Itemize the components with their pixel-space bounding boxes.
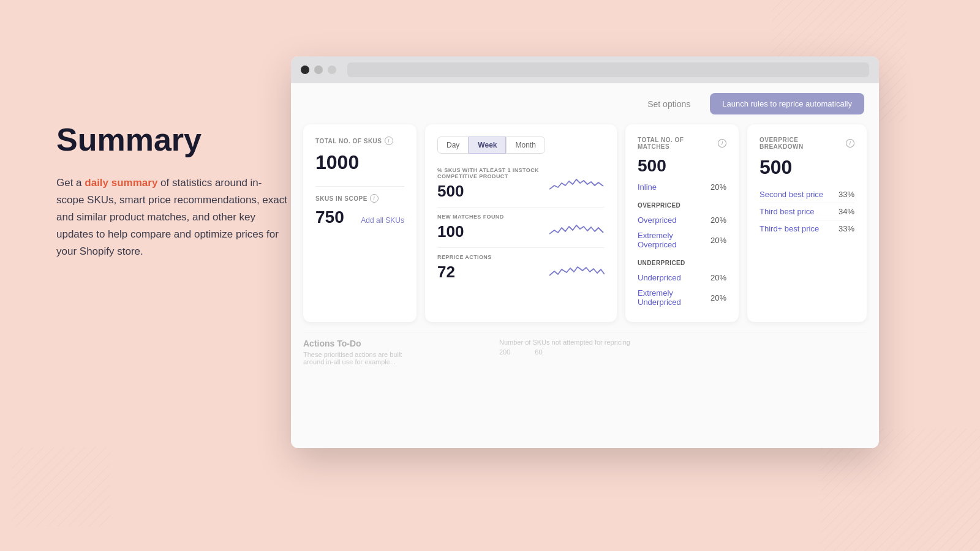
summary-description: Get a daily summary of statistics around… — [56, 174, 289, 260]
actions-todo-section: Actions To-Do These prioritised actions … — [303, 339, 487, 365]
desc-highlight: daily summary — [85, 177, 157, 189]
actions-title: Actions To-Do — [303, 339, 487, 348]
chart-competitive — [549, 172, 605, 197]
browser-titlebar — [291, 56, 879, 83]
match-inline-row: Inline 20% — [638, 179, 726, 195]
app-content: Set options Launch rules to reprice auto… — [291, 83, 879, 448]
stat-label-new-matches: NEW MATCHES FOUND — [437, 214, 549, 220]
skus-not-repriced-section: Number of SKUs not attempted for reprici… — [499, 339, 867, 365]
total-skus-info-icon[interactable]: i — [385, 137, 393, 145]
match-extremely-overpriced-link[interactable]: Extremely Overpriced — [638, 231, 710, 249]
left-panel: Summary Get a daily summary of statistic… — [56, 122, 289, 260]
matches-value: 500 — [638, 156, 726, 176]
matches-info-icon[interactable]: i — [718, 139, 726, 148]
overpriced-section-heading: OVERPRICED — [638, 202, 726, 209]
scope-info-icon[interactable]: i — [370, 194, 379, 203]
stat-label-reprice: REPRICE ACTIONS — [437, 254, 549, 260]
not-repriced-count1: 200 — [499, 348, 510, 356]
actions-desc2: around in-all use for example... — [303, 358, 487, 365]
overprice-breakdown-label: OVERPRICE BREAKDOWN i — [760, 137, 854, 150]
stat-label-competitive: % SKUS WITH ATLEAST 1 INSTOCK COMPETITIV… — [437, 167, 549, 179]
third-best-price-pct: 34% — [839, 207, 854, 216]
overprice-third-row: Third best price 34% — [760, 203, 854, 220]
match-extremely-underpriced-row: Extremely Underpriced 20% — [638, 285, 726, 310]
chart-new-matches — [549, 216, 605, 240]
overprice-info-icon[interactable]: i — [846, 139, 854, 148]
match-extremely-overpriced-pct: 20% — [710, 236, 726, 245]
stat-row-new-matches: NEW MATCHES FOUND 100 — [437, 208, 605, 248]
stat-value-reprice: 72 — [437, 263, 549, 282]
second-best-price-link[interactable]: Second best price — [760, 190, 823, 199]
third-plus-best-price-link[interactable]: Third+ best price — [760, 224, 819, 233]
sku-card: TOTAL NO. OF SKUS i 1000 SKUS IN SCOPE i… — [303, 124, 417, 322]
bottom-section: Actions To-Do These prioritised actions … — [291, 332, 879, 372]
skus-in-scope-label: SKUS IN SCOPE i — [315, 194, 404, 203]
underpriced-section-heading: UNDERPRICED — [638, 260, 726, 266]
dashboard: TOTAL NO. OF SKUS i 1000 SKUS IN SCOPE i… — [291, 124, 879, 332]
match-overpriced-row: Overpriced 20% — [638, 212, 726, 228]
overprice-second-row: Second best price 33% — [760, 186, 854, 203]
match-overpriced-link[interactable]: Overpriced — [638, 216, 677, 225]
match-overpriced-pct: 20% — [710, 216, 726, 225]
set-options-button[interactable]: Set options — [638, 94, 700, 114]
match-extremely-underpriced-pct: 20% — [710, 293, 726, 302]
match-extremely-underpriced-link[interactable]: Extremely Underpriced — [638, 288, 710, 307]
match-underpriced-link[interactable]: Underpriced — [638, 273, 681, 282]
match-extremely-overpriced-row: Extremely Overpriced 20% — [638, 228, 726, 252]
time-toggle: Day Week Month — [437, 137, 605, 154]
stat-value-competitive: 500 — [437, 182, 549, 201]
total-skus-label: TOTAL NO. OF SKUS i — [315, 137, 404, 145]
overprice-total-value: 500 — [760, 156, 854, 179]
overprice-third-plus-row: Third+ best price 33% — [760, 220, 854, 237]
page-title: Summary — [56, 122, 289, 157]
window-dot-minimize[interactable] — [314, 66, 323, 74]
launch-rules-button[interactable]: Launch rules to reprice automatically — [710, 93, 864, 114]
svg-rect-5 — [12, 447, 110, 527]
skus-in-scope-value: 750 — [315, 208, 344, 227]
desc-suffix: of statistics around in-scope SKUs, smar… — [56, 177, 287, 257]
match-inline-pct: 20% — [710, 182, 726, 192]
chart-reprice — [549, 256, 605, 280]
matches-label: TOTAL NO. OF MATCHES i — [638, 137, 726, 150]
browser-window: Set options Launch rules to reprice auto… — [291, 56, 879, 448]
window-dot-close[interactable] — [301, 66, 309, 74]
toggle-month[interactable]: Month — [506, 137, 545, 154]
url-bar[interactable] — [347, 62, 869, 77]
add-all-skus-link[interactable]: Add all SKUs — [361, 216, 404, 225]
stats-card: Day Week Month % SKUS WITH ATLEAST 1 INS… — [425, 124, 617, 322]
matches-card: TOTAL NO. OF MATCHES i 500 Inline 20% OV… — [625, 124, 739, 322]
stat-row-competitive: % SKUS WITH ATLEAST 1 INSTOCK COMPETITIV… — [437, 161, 605, 208]
desc-prefix: Get a — [56, 177, 85, 189]
second-best-price-pct: 33% — [839, 190, 854, 199]
match-inline-link[interactable]: Inline — [638, 182, 657, 192]
match-underpriced-pct: 20% — [710, 273, 726, 282]
toggle-day[interactable]: Day — [437, 137, 469, 154]
stat-row-reprice: REPRICE ACTIONS 72 — [437, 248, 605, 288]
not-repriced-count2: 60 — [535, 348, 542, 356]
overprice-card: OVERPRICE BREAKDOWN i 500 Second best pr… — [747, 124, 867, 322]
total-skus-value: 1000 — [315, 151, 404, 174]
third-plus-best-price-pct: 33% — [839, 224, 854, 233]
top-nav: Set options Launch rules to reprice auto… — [291, 83, 879, 124]
stat-value-new-matches: 100 — [437, 222, 549, 241]
match-underpriced-row: Underpriced 20% — [638, 270, 726, 285]
window-dot-maximize[interactable] — [328, 66, 336, 74]
not-repriced-label: Number of SKUs not attempted for reprici… — [499, 339, 867, 346]
toggle-week[interactable]: Week — [469, 137, 506, 154]
actions-desc1: These prioritised actions are built — [303, 351, 487, 358]
third-best-price-link[interactable]: Third best price — [760, 207, 815, 216]
